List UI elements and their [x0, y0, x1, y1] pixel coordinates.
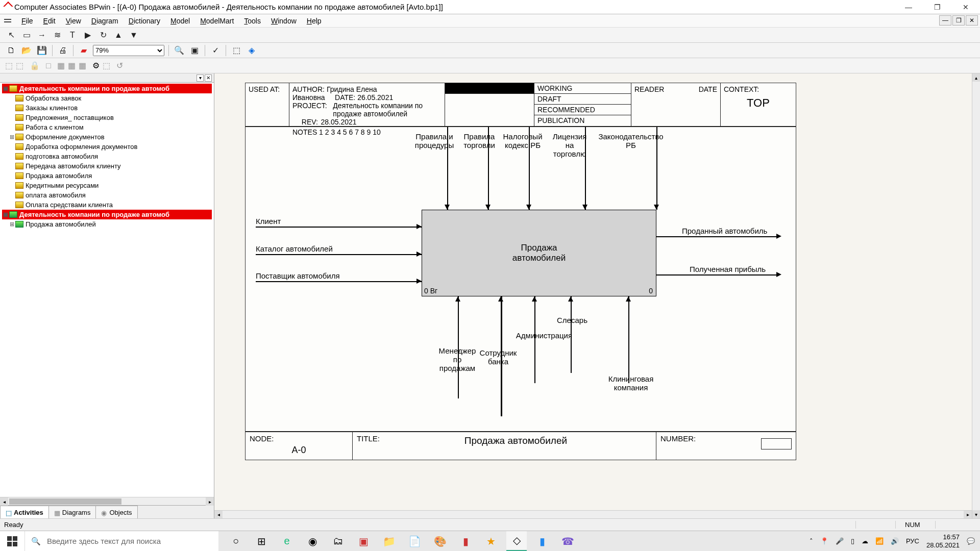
text-tool-icon[interactable]: T: [66, 29, 79, 41]
diagram-canvas[interactable]: USED AT: AUTHOR: Гридина Елена Ивановна …: [214, 73, 980, 518]
file-explorer-icon[interactable]: 🗂: [328, 531, 348, 552]
tree-root-1[interactable]: ▣Деятельность компании по продаже автомо…: [2, 84, 212, 93]
color-palette-icon[interactable]: ▰: [78, 44, 90, 57]
tree-item[interactable]: Продажа автомобиля: [2, 171, 212, 181]
mdi-minimize-button[interactable]: —: [939, 15, 951, 26]
tree-item[interactable]: Кредитными ресурсами: [2, 181, 212, 190]
tray-battery-icon[interactable]: ▯: [851, 537, 854, 545]
pointer-tool-icon[interactable]: ↖: [5, 29, 17, 41]
tray-mic-icon[interactable]: 🎤: [836, 537, 844, 545]
print-icon[interactable]: 🖨: [57, 44, 69, 57]
activity-tree[interactable]: ▣Деятельность компании по продаже автомо…: [0, 83, 214, 497]
tree-root-2[interactable]: ▣Деятельность компании по продаже автомо…: [2, 210, 212, 219]
sidebar-tab-diagrams[interactable]: Diagrams: [48, 506, 96, 518]
refresh-icon[interactable]: ↻: [97, 29, 109, 41]
activity-box[interactable]: Продажа автомобилей 0 Bг 0: [422, 210, 656, 296]
viber-icon[interactable]: ☎: [557, 531, 578, 552]
panel-dock-button[interactable]: ▾: [197, 74, 204, 82]
zoom-combobox[interactable]: 79%: [93, 45, 164, 56]
taskbar-search[interactable]: 🔍 Введите здесь текст для поиска: [24, 531, 218, 552]
maximize-button[interactable]: ❐: [923, 0, 951, 14]
tree-item[interactable]: Обработка заявок: [2, 93, 212, 103]
mm-lock-icon[interactable]: 🔒: [30, 61, 40, 70]
mm-icon-4[interactable]: ▦: [57, 61, 65, 70]
tree-item[interactable]: Доработка оформления документов: [2, 142, 212, 152]
tray-clock[interactable]: 16:57 28.05.2021: [926, 533, 960, 549]
menu-view[interactable]: View: [61, 17, 86, 25]
system-menu-icon[interactable]: [4, 17, 13, 24]
mm-icon-1[interactable]: ⬚: [5, 61, 13, 70]
spellcheck-icon[interactable]: ✓: [209, 44, 222, 57]
arrow-tool-icon[interactable]: →: [36, 29, 48, 41]
menu-diagram[interactable]: Diagram: [86, 17, 124, 25]
start-button[interactable]: [0, 531, 24, 552]
tray-volume-icon[interactable]: 🔊: [891, 537, 899, 545]
paint-icon[interactable]: 🎨: [430, 531, 450, 552]
mm-icon-2[interactable]: ⬚: [16, 61, 23, 70]
sidebar-tab-activities[interactable]: Activities: [0, 506, 49, 518]
open-file-icon[interactable]: 📂: [20, 44, 33, 57]
minimize-button[interactable]: —: [894, 0, 923, 14]
tree-hscrollbar[interactable]: ◂▸: [0, 497, 214, 505]
mm-icon-8[interactable]: ⬚: [103, 61, 110, 70]
tree-item[interactable]: ⊞Оформление документов: [2, 132, 212, 142]
sidebar-tab-objects[interactable]: Objects: [95, 506, 137, 518]
mm-icon-3[interactable]: □: [46, 61, 51, 70]
canvas-hscrollbar[interactable]: ◂▸: [214, 510, 972, 518]
mm-icon-6[interactable]: ▦: [79, 61, 86, 70]
tray-onedrive-icon[interactable]: ☁: [862, 537, 868, 545]
folder-icon[interactable]: 📁: [379, 531, 399, 552]
tree-item[interactable]: Оплата средствами клиента: [2, 200, 212, 210]
tree-item[interactable]: подготовка автомобиля: [2, 152, 212, 161]
mdi-close-button[interactable]: ✕: [966, 15, 978, 26]
zoom-app-icon[interactable]: ▮: [532, 531, 552, 552]
tray-wifi-icon[interactable]: 📶: [875, 537, 884, 545]
zoom-fit-icon[interactable]: ▣: [188, 44, 201, 57]
task-view-icon[interactable]: ⊞: [251, 531, 272, 552]
menubar: File Edit View Diagram Dictionary Model …: [0, 14, 980, 28]
canvas-vscrollbar[interactable]: ▴▾: [972, 73, 980, 518]
tree-item[interactable]: Предложения_ поставщиков: [2, 113, 212, 122]
panel-close-button[interactable]: ✕: [205, 74, 212, 82]
report-icon[interactable]: ◈: [246, 44, 258, 57]
tree-item[interactable]: ⊞Продажа автомобилей: [2, 219, 212, 229]
mdi-restore-button[interactable]: ❐: [952, 15, 965, 26]
tray-location-icon[interactable]: 📍: [820, 537, 828, 545]
tree-item[interactable]: Заказы клиентов: [2, 103, 212, 113]
activity-box-tool-icon[interactable]: ▭: [20, 29, 33, 41]
menu-dictionary[interactable]: Dictionary: [124, 17, 165, 25]
mm-icon-5[interactable]: ▦: [68, 61, 76, 70]
menu-model[interactable]: Model: [165, 17, 195, 25]
triangle-up-icon[interactable]: ▲: [112, 29, 125, 41]
zoom-in-icon[interactable]: 🔍: [173, 44, 185, 57]
tree-item[interactable]: Передача автомобиля клиенту: [2, 161, 212, 171]
mm-icon-7[interactable]: ⚙: [92, 61, 100, 70]
menu-modelmart[interactable]: ModelMart: [195, 17, 239, 25]
tray-language[interactable]: РУС: [906, 537, 919, 545]
play-icon[interactable]: ▶: [82, 29, 94, 41]
new-file-icon[interactable]: 🗋: [5, 44, 17, 57]
star-icon[interactable]: ★: [481, 531, 501, 552]
tray-chevron-icon[interactable]: ˄: [810, 537, 813, 545]
close-button[interactable]: ✕: [951, 0, 980, 14]
menu-edit[interactable]: Edit: [38, 17, 61, 25]
menu-help[interactable]: Help: [302, 17, 327, 25]
bpwin-taskbar-icon[interactable]: ◇: [506, 531, 527, 552]
model-explorer-icon[interactable]: ⬚: [230, 44, 242, 57]
chrome-icon[interactable]: ◉: [302, 531, 323, 552]
notepad-icon[interactable]: 📄: [404, 531, 425, 552]
menu-window[interactable]: Window: [266, 17, 302, 25]
mm-icon-9[interactable]: ↺: [116, 61, 123, 70]
triangle-down-icon[interactable]: ▼: [128, 29, 140, 41]
edge-icon[interactable]: e: [277, 531, 297, 552]
save-file-icon[interactable]: 💾: [36, 44, 48, 57]
menu-tools[interactable]: Tools: [239, 17, 266, 25]
tray-notifications-icon[interactable]: 💬: [967, 537, 975, 545]
squiggle-tool-icon[interactable]: ≋: [51, 29, 63, 41]
tree-item[interactable]: оплата автомобиля: [2, 190, 212, 200]
cortana-icon[interactable]: ○: [226, 531, 246, 552]
menu-file[interactable]: File: [16, 17, 38, 25]
tree-item[interactable]: Работа с клиентом: [2, 122, 212, 132]
app-icon-1[interactable]: ▣: [353, 531, 374, 552]
office-icon[interactable]: ▮: [455, 531, 476, 552]
